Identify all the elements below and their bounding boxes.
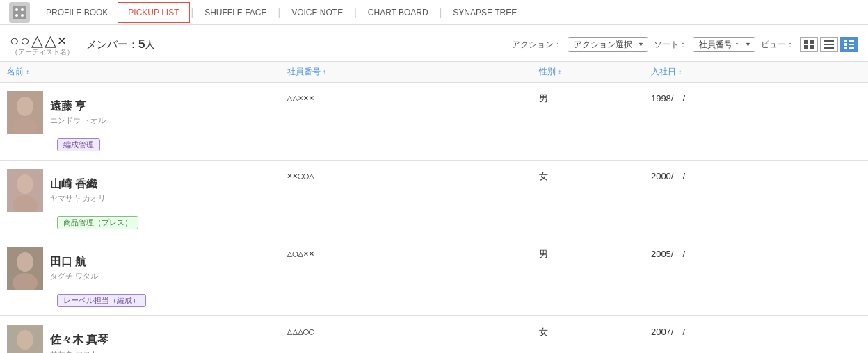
- cell-employee-id-2: ××○○△: [280, 161, 532, 217]
- svg-rect-5: [804, 40, 808, 44]
- avatar-2: [7, 169, 43, 212]
- col-header-gender[interactable]: 性別 ↕: [532, 62, 644, 83]
- action-label: アクション：: [512, 39, 562, 51]
- cell-join-date-1: 1998/ /: [644, 83, 868, 139]
- svg-rect-14: [844, 43, 847, 46]
- action-select-wrapper: アクション選択: [568, 37, 648, 52]
- member-label: メンバー：: [86, 38, 138, 50]
- svg-rect-17: [849, 47, 854, 49]
- nav-sep-1: |: [190, 7, 195, 18]
- table-row: 田口 航 タグチ ワタル △○△×× 男 2005/ /: [0, 238, 868, 295]
- person-name-kana-4: ササキ マコト: [50, 349, 108, 353]
- tag-row: レーベル担当（編成）: [0, 294, 868, 316]
- nav-item-chart-board[interactable]: CHART BOARD: [358, 0, 438, 25]
- employee-id-value-3: △○△××: [287, 241, 525, 258]
- artist-block: ○○△△× （アーティスト名）: [10, 32, 74, 57]
- cell-employee-id-4: △△△○○: [280, 316, 532, 354]
- person-name-kana-3: タグチ ワタル: [50, 271, 98, 281]
- col-header-employee-id[interactable]: 社員番号 ↑: [280, 62, 532, 83]
- svg-rect-12: [844, 40, 847, 42]
- person-info-2: 山崎 香織 ヤマサキ カオリ: [50, 177, 106, 204]
- avatar-4: [7, 325, 43, 353]
- person-name-ja-3: 田口 航: [50, 255, 98, 270]
- cell-name-1: 遠藤 亨 エンドウ トオル: [0, 83, 280, 139]
- col-name-sort: ↕: [26, 68, 29, 76]
- sort-select[interactable]: 社員番号 ↑: [693, 37, 755, 52]
- cell-name-4: 佐々木 真琴 ササキ マコト: [0, 316, 280, 354]
- svg-rect-8: [810, 45, 814, 49]
- cell-employee-id-3: △○△××: [280, 238, 532, 295]
- col-gender-label: 性別: [539, 67, 556, 76]
- employee-id-value-4: △△△○○: [287, 319, 525, 336]
- person-name-ja-2: 山崎 香織: [50, 177, 106, 192]
- nav-sep-4: |: [438, 7, 444, 18]
- svg-rect-0: [13, 6, 26, 19]
- svg-rect-15: [849, 44, 854, 45]
- tag-2: 商品管理（プレス）: [57, 216, 138, 229]
- toolbar: ○○△△× （アーティスト名） メンバー：5人 アクション： アクション選択 ソ…: [0, 25, 868, 61]
- cell-name-2: 山崎 香織 ヤマサキ カオリ: [0, 161, 280, 217]
- cell-gender-2: 女: [532, 161, 644, 217]
- view-list-compact-button[interactable]: [820, 37, 838, 52]
- nav-sep-3: |: [353, 7, 358, 18]
- nav-item-synapse-tree[interactable]: SYNAPSE TREE: [443, 0, 527, 25]
- person-name-ja-4: 佐々木 真琴: [50, 333, 108, 347]
- col-gender-sort: ↕: [558, 68, 561, 76]
- nav-item-profile-book[interactable]: PROFILE BOOK: [36, 0, 118, 25]
- col-header-name[interactable]: 名前 ↕: [0, 62, 280, 83]
- svg-rect-11: [824, 47, 834, 49]
- col-id-label: 社員番号: [287, 67, 321, 76]
- svg-point-25: [17, 252, 33, 272]
- employee-id-value-1: △△×××: [287, 85, 525, 103]
- svg-point-1: [15, 8, 18, 11]
- cell-employee-id-1: △△×××: [280, 83, 532, 139]
- nav-item-pickup-list[interactable]: PICKUP LIST: [118, 2, 189, 23]
- table-row: 佐々木 真琴 ササキ マコト △△△○○ 女 2007/ /: [0, 316, 868, 354]
- cell-gender-3: 男: [532, 238, 644, 295]
- svg-rect-9: [824, 40, 834, 42]
- person-info-4: 佐々木 真琴 ササキ マコト: [50, 333, 108, 353]
- cell-join-date-3: 2005/ /: [644, 238, 868, 295]
- avatar-3: [7, 247, 43, 290]
- tag-3: レーベル担当（編成）: [57, 294, 146, 307]
- nav-item-voice-note[interactable]: VOICE NOTE: [282, 0, 353, 25]
- person-name-kana-2: ヤマサキ カオリ: [50, 193, 106, 204]
- logo-image: [9, 2, 30, 23]
- view-icons: [800, 37, 858, 52]
- sort-select-wrapper: 社員番号 ↑: [693, 37, 755, 52]
- employee-id-value-2: ××○○△: [287, 163, 525, 181]
- logo: [7, 0, 32, 25]
- svg-rect-6: [810, 40, 814, 44]
- cell-tags-1: 編成管理: [0, 138, 868, 161]
- view-label: ビュー：: [761, 39, 794, 51]
- svg-point-3: [15, 14, 18, 17]
- cell-tags-3: レーベル担当（編成）: [0, 294, 868, 316]
- avatar-1: [7, 91, 43, 134]
- svg-rect-13: [849, 40, 854, 42]
- cell-join-date-4: 2007/ /: [644, 316, 868, 354]
- svg-point-28: [17, 330, 33, 350]
- view-grid-button[interactable]: [800, 37, 818, 52]
- person-name-kana-1: エンドウ トオル: [50, 115, 106, 126]
- sort-label: ソート：: [654, 39, 687, 51]
- tag-row: 商品管理（プレス）: [0, 216, 868, 238]
- nav-sep-2: |: [277, 7, 282, 18]
- nav-item-shuffle-face[interactable]: SHUFFLE FACE: [195, 0, 276, 25]
- member-count: メンバー：5人: [86, 38, 155, 51]
- view-list-detail-button[interactable]: [840, 37, 858, 52]
- col-date-label: 入社日: [651, 67, 676, 76]
- cell-gender-4: 女: [532, 316, 644, 354]
- member-unit: 人: [145, 38, 155, 50]
- tag-1: 編成管理: [57, 138, 100, 151]
- toolbar-right: アクション： アクション選択 ソート： 社員番号 ↑ ビュー：: [512, 37, 858, 52]
- main-table: 名前 ↕ 社員番号 ↑ 性別 ↕ 入社日 ↕: [0, 61, 868, 353]
- table-header: 名前 ↕ 社員番号 ↑ 性別 ↕ 入社日 ↕: [0, 62, 868, 83]
- col-date-sort: ↕: [678, 68, 682, 76]
- cell-gender-1: 男: [532, 83, 644, 139]
- top-navigation: PROFILE BOOK PICKUP LIST | SHUFFLE FACE …: [0, 0, 868, 25]
- tag-row: 編成管理: [0, 138, 868, 161]
- action-select[interactable]: アクション選択: [568, 37, 648, 52]
- table-row: 山崎 香織 ヤマサキ カオリ ××○○△ 女 2000/ /: [0, 161, 868, 217]
- artist-name-sub: （アーティスト名）: [11, 47, 74, 57]
- col-header-join-date[interactable]: 入社日 ↕: [644, 62, 868, 83]
